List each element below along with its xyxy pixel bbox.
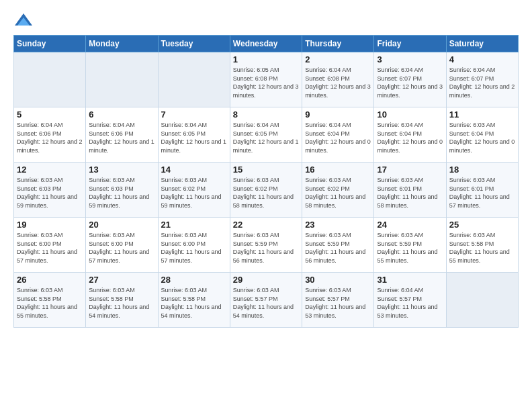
calendar-cell: 1Sunrise: 6:05 AM Sunset: 6:08 PM Daylig… [230,52,302,107]
calendar-cell: 30Sunrise: 6:03 AM Sunset: 5:57 PM Dayli… [302,273,374,328]
day-info: Sunrise: 6:03 AM Sunset: 5:59 PM Dayligh… [305,231,371,265]
top-section [13,11,519,31]
day-number: 19 [17,220,83,230]
weekday-header-sunday: Sunday [14,36,86,52]
day-info: Sunrise: 6:03 AM Sunset: 5:58 PM Dayligh… [449,231,515,265]
day-number: 5 [17,109,83,120]
day-info: Sunrise: 6:03 AM Sunset: 6:01 PM Dayligh… [377,176,443,210]
calendar-cell: 9Sunrise: 6:04 AM Sunset: 6:04 PM Daylig… [302,107,374,163]
calendar-cell: 23Sunrise: 6:03 AM Sunset: 5:59 PM Dayli… [302,218,374,273]
calendar-cell: 8Sunrise: 6:04 AM Sunset: 6:05 PM Daylig… [230,107,302,163]
day-number: 8 [233,109,299,120]
day-number: 11 [449,109,515,120]
calendar-week-row: 19Sunrise: 6:03 AM Sunset: 6:00 PM Dayli… [14,218,519,273]
day-number: 31 [377,275,443,285]
calendar-cell [14,52,86,107]
day-info: Sunrise: 6:03 AM Sunset: 5:58 PM Dayligh… [89,286,154,320]
calendar-cell: 5Sunrise: 6:04 AM Sunset: 6:06 PM Daylig… [14,107,86,163]
day-number: 2 [305,54,371,64]
calendar-header-row: SundayMondayTuesdayWednesdayThursdayFrid… [14,36,519,52]
day-number: 18 [449,165,515,175]
day-info: Sunrise: 6:03 AM Sunset: 5:58 PM Dayligh… [161,286,227,320]
day-info: Sunrise: 6:03 AM Sunset: 5:57 PM Dayligh… [305,286,371,320]
day-info: Sunrise: 6:04 AM Sunset: 5:57 PM Dayligh… [377,286,443,320]
calendar-cell: 20Sunrise: 6:03 AM Sunset: 6:00 PM Dayli… [86,218,158,273]
day-number: 24 [377,220,443,230]
day-info: Sunrise: 6:04 AM Sunset: 6:07 PM Dayligh… [449,66,515,99]
day-number: 20 [89,220,154,230]
day-number: 23 [305,220,371,230]
calendar-cell: 13Sunrise: 6:03 AM Sunset: 6:03 PM Dayli… [86,163,158,218]
day-info: Sunrise: 6:03 AM Sunset: 5:59 PM Dayligh… [233,231,299,265]
weekday-header-friday: Friday [374,36,446,52]
day-info: Sunrise: 6:03 AM Sunset: 6:03 PM Dayligh… [89,176,154,210]
day-number: 16 [305,165,371,175]
day-info: Sunrise: 6:04 AM Sunset: 6:08 PM Dayligh… [305,66,371,99]
weekday-header-wednesday: Wednesday [230,36,302,52]
day-info: Sunrise: 6:05 AM Sunset: 6:08 PM Dayligh… [233,66,299,99]
day-info: Sunrise: 6:03 AM Sunset: 6:02 PM Dayligh… [161,176,227,210]
day-info: Sunrise: 6:04 AM Sunset: 6:04 PM Dayligh… [305,121,371,154]
day-number: 14 [161,165,227,175]
day-info: Sunrise: 6:03 AM Sunset: 6:00 PM Dayligh… [89,231,154,265]
calendar-cell: 18Sunrise: 6:03 AM Sunset: 6:01 PM Dayli… [446,163,518,218]
calendar-cell: 7Sunrise: 6:04 AM Sunset: 6:05 PM Daylig… [158,107,230,163]
calendar-cell: 16Sunrise: 6:03 AM Sunset: 6:02 PM Dayli… [302,163,374,218]
calendar-cell [86,52,158,107]
calendar-cell: 31Sunrise: 6:04 AM Sunset: 5:57 PM Dayli… [374,273,446,328]
day-info: Sunrise: 6:03 AM Sunset: 6:02 PM Dayligh… [233,176,299,210]
day-number: 4 [449,54,515,64]
day-info: Sunrise: 6:04 AM Sunset: 6:04 PM Dayligh… [377,121,443,154]
day-info: Sunrise: 6:03 AM Sunset: 5:58 PM Dayligh… [17,286,83,320]
day-info: Sunrise: 6:04 AM Sunset: 6:07 PM Dayligh… [377,66,443,99]
page-container: SundayMondayTuesdayWednesdayThursdayFrid… [0,0,532,411]
day-number: 17 [377,165,443,175]
day-info: Sunrise: 6:03 AM Sunset: 6:04 PM Dayligh… [449,121,515,154]
calendar-cell: 25Sunrise: 6:03 AM Sunset: 5:58 PM Dayli… [446,218,518,273]
day-number: 6 [89,109,154,120]
day-number: 12 [17,165,83,175]
calendar-cell [158,52,230,107]
day-number: 7 [161,109,227,120]
day-number: 3 [377,54,443,64]
calendar-week-row: 5Sunrise: 6:04 AM Sunset: 6:06 PM Daylig… [14,107,519,163]
day-number: 21 [161,220,227,230]
calendar-cell: 11Sunrise: 6:03 AM Sunset: 6:04 PM Dayli… [446,107,518,163]
calendar-cell: 21Sunrise: 6:03 AM Sunset: 6:00 PM Dayli… [158,218,230,273]
calendar-cell: 3Sunrise: 6:04 AM Sunset: 6:07 PM Daylig… [374,52,446,107]
calendar-table: SundayMondayTuesdayWednesdayThursdayFrid… [13,35,519,328]
calendar-cell: 17Sunrise: 6:03 AM Sunset: 6:01 PM Dayli… [374,163,446,218]
day-number: 27 [89,275,154,285]
day-info: Sunrise: 6:04 AM Sunset: 6:06 PM Dayligh… [17,121,83,154]
calendar-week-row: 1Sunrise: 6:05 AM Sunset: 6:08 PM Daylig… [14,52,519,107]
calendar-week-row: 26Sunrise: 6:03 AM Sunset: 5:58 PM Dayli… [14,273,519,328]
day-number: 13 [89,165,154,175]
calendar-cell: 10Sunrise: 6:04 AM Sunset: 6:04 PM Dayli… [374,107,446,163]
calendar-cell: 27Sunrise: 6:03 AM Sunset: 5:58 PM Dayli… [86,273,158,328]
day-number: 30 [305,275,371,285]
calendar-cell: 28Sunrise: 6:03 AM Sunset: 5:58 PM Dayli… [158,273,230,328]
day-number: 25 [449,220,515,230]
calendar-cell [446,273,518,328]
calendar-cell: 4Sunrise: 6:04 AM Sunset: 6:07 PM Daylig… [446,52,518,107]
day-number: 10 [377,109,443,120]
day-info: Sunrise: 6:04 AM Sunset: 6:05 PM Dayligh… [233,121,299,154]
day-info: Sunrise: 6:03 AM Sunset: 5:57 PM Dayligh… [233,286,299,320]
day-info: Sunrise: 6:03 AM Sunset: 6:00 PM Dayligh… [17,231,83,265]
calendar-cell: 14Sunrise: 6:03 AM Sunset: 6:02 PM Dayli… [158,163,230,218]
calendar-cell: 24Sunrise: 6:03 AM Sunset: 5:59 PM Dayli… [374,218,446,273]
day-number: 22 [233,220,299,230]
day-info: Sunrise: 6:03 AM Sunset: 6:01 PM Dayligh… [449,176,515,210]
calendar-cell: 29Sunrise: 6:03 AM Sunset: 5:57 PM Dayli… [230,273,302,328]
weekday-header-saturday: Saturday [446,36,518,52]
calendar-cell: 6Sunrise: 6:04 AM Sunset: 6:06 PM Daylig… [86,107,158,163]
day-number: 26 [17,275,83,285]
calendar-cell: 19Sunrise: 6:03 AM Sunset: 6:00 PM Dayli… [14,218,86,273]
day-number: 1 [233,54,299,64]
weekday-header-tuesday: Tuesday [158,36,230,52]
day-number: 9 [305,109,371,120]
logo-icon [13,11,34,31]
day-info: Sunrise: 6:03 AM Sunset: 5:59 PM Dayligh… [377,231,443,265]
logo [13,11,36,31]
weekday-header-thursday: Thursday [302,36,374,52]
